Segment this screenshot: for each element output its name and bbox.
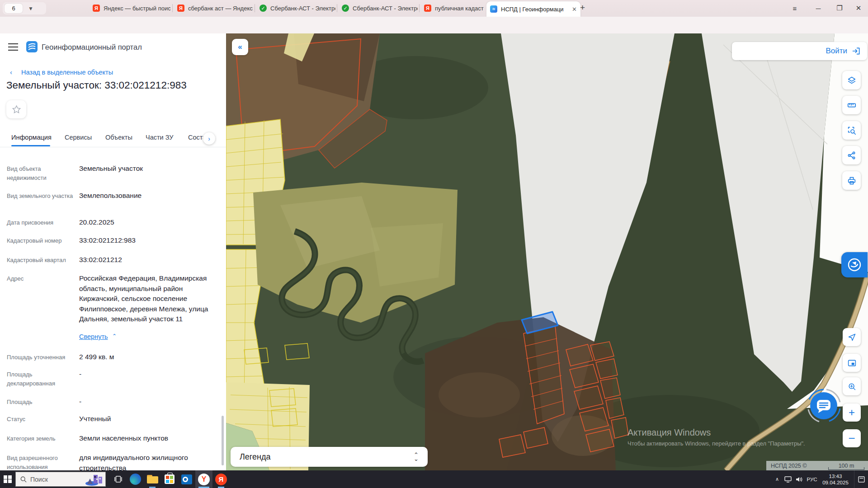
close-tab-icon[interactable]: ✕: [572, 6, 577, 13]
tab-information[interactable]: Информация: [11, 134, 52, 141]
tab-services[interactable]: Сервисы: [65, 134, 92, 141]
tab-title: Яндекс — быстрый поиск: [104, 5, 170, 12]
zoom-in-button[interactable]: +: [843, 404, 861, 422]
new-tab-button[interactable]: +: [580, 3, 585, 13]
field-value-address: Российская Федерация, Владимирская облас…: [79, 273, 221, 324]
share-icon: [847, 150, 857, 160]
chevron-down-icon[interactable]: ▼: [28, 5, 33, 12]
browser-tab-1[interactable]: Я Яндекс — быстрый поиск: [93, 0, 170, 16]
notification-center-icon[interactable]: [854, 470, 868, 488]
app-title: Геоинформационный портал: [42, 43, 142, 52]
field-label: Кадастровый квартал: [7, 256, 75, 265]
favorite-star-button[interactable]: [6, 100, 26, 118]
zoom-out-button[interactable]: −: [843, 429, 861, 447]
date: 09.04.2025: [820, 479, 851, 486]
windows-activation-watermark: Активация Windows: [627, 427, 711, 438]
select-area-button[interactable]: [842, 121, 861, 140]
language-indicator[interactable]: РУС: [804, 470, 820, 488]
share-button[interactable]: [842, 146, 861, 164]
measure-button[interactable]: [842, 96, 861, 114]
back-to-selected-link[interactable]: Назад в выделенные объекты: [21, 69, 113, 76]
layers-button[interactable]: [842, 71, 861, 89]
layers-icon: [847, 75, 857, 85]
display-icon[interactable]: [783, 470, 793, 488]
feedback-chat-button[interactable]: [804, 386, 844, 426]
locate-arrow-icon: [847, 333, 857, 342]
object-info-panel: Геоинформационный портал ‹ Назад в выдел…: [0, 33, 226, 470]
print-button[interactable]: [842, 171, 861, 190]
tab-parts[interactable]: Части ЗУ: [146, 134, 174, 141]
field-label: Статус: [7, 415, 75, 424]
volume-icon[interactable]: [793, 470, 804, 488]
browser-tab-2[interactable]: Я сбербанк аст — Яндекс: н: [177, 0, 253, 16]
taskbar-app-outlook[interactable]: [178, 470, 195, 488]
tab-divider: [419, 4, 420, 12]
tab-counter[interactable]: 6 ▼: [3, 2, 46, 14]
yandex-browser-icon: Y: [198, 474, 210, 485]
overview-map-button[interactable]: [843, 354, 861, 372]
taskbar-search[interactable]: Поиск: [15, 472, 106, 487]
collapse-panel-button[interactable]: «: [232, 39, 248, 55]
yandex-icon: Я: [93, 5, 100, 12]
nspd-logo-icon: [26, 41, 38, 52]
field-label: Адрес: [7, 274, 75, 283]
tabs-scroll-right-button[interactable]: ›: [203, 132, 215, 145]
field-value: 33:02:021212: [79, 255, 221, 265]
hamburger-menu-icon[interactable]: [8, 43, 18, 51]
expand-collapse-icon[interactable]: ⌃⌄: [414, 453, 419, 461]
taskbar-app-explorer[interactable]: [144, 470, 161, 488]
select-area-icon: [847, 126, 857, 136]
login-icon: [852, 47, 861, 56]
taskbar-app-edge[interactable]: [127, 470, 144, 488]
tab-title: публичная кадастровая к: [435, 5, 484, 12]
check-icon: ✓: [342, 5, 349, 12]
tray-expand-icon[interactable]: ∧: [772, 470, 783, 488]
browser-menu-icon[interactable]: ≡: [788, 2, 802, 14]
browser-tab-5[interactable]: Я публичная кадастровая к: [424, 0, 484, 16]
taskbar-app-store[interactable]: [161, 470, 178, 488]
field-value: -: [79, 397, 221, 407]
back-chevron-icon[interactable]: ‹: [10, 68, 12, 76]
assistant-button[interactable]: [841, 252, 868, 277]
yandex-icon: Я: [424, 5, 431, 12]
start-button[interactable]: [0, 470, 15, 488]
field-value: Землепользование: [79, 191, 221, 201]
field-label: Площадь уточненная: [7, 353, 75, 362]
clock[interactable]: 13:43 09.04.2025: [820, 473, 851, 486]
field-label: Площадь: [7, 398, 75, 407]
zoom-to-area-button[interactable]: [843, 377, 861, 395]
tab-title: сбербанк аст — Яндекс: н: [188, 5, 253, 12]
map-canvas[interactable]: « Войти + −: [226, 33, 868, 470]
system-tray: ∧ РУС 13:43 09.04.2025: [772, 470, 868, 488]
field-label: Вид земельного участка: [7, 192, 75, 201]
tab-objects[interactable]: Объекты: [105, 134, 132, 141]
browser-tab-active[interactable]: ≋ НСПД | Геоинформаци ✕: [486, 1, 580, 17]
star-icon: [12, 105, 21, 114]
time: 13:43: [820, 473, 851, 479]
browser-tab-4[interactable]: ✓ Сбербанк-АСТ - Электро: [342, 0, 418, 16]
field-label: Категория земель: [7, 434, 75, 443]
locate-button[interactable]: [843, 328, 861, 346]
login-bar[interactable]: Войти: [732, 42, 867, 60]
windows-taskbar: Поиск: [0, 470, 868, 488]
field-value: 20.02.2025: [79, 217, 221, 228]
search-placeholder: Поиск: [30, 476, 48, 483]
folder-icon: [147, 475, 158, 483]
restore-button[interactable]: ❐: [833, 2, 846, 14]
minimize-button[interactable]: ─: [811, 2, 825, 14]
taskbar-app-yandex-browser[interactable]: Y: [195, 470, 212, 488]
panel-scrollbar[interactable]: [222, 416, 224, 465]
tab-count[interactable]: 6: [5, 4, 23, 13]
task-view-button[interactable]: [109, 470, 127, 488]
close-window-button[interactable]: ✕: [852, 2, 865, 14]
check-icon: ✓: [259, 5, 267, 12]
assistant-chat-icon: [847, 257, 862, 272]
legend-bar[interactable]: Легенда ⌃⌄: [231, 447, 428, 467]
collapse-link[interactable]: Свернуть: [79, 333, 108, 340]
login-label[interactable]: Войти: [826, 47, 847, 56]
store-icon: [165, 474, 175, 484]
taskbar-app-yandex[interactable]: Я: [212, 470, 230, 488]
browser-tab-3[interactable]: ✓ Сбербанк-АСТ - Электро: [259, 0, 335, 16]
chevron-up-icon[interactable]: ⌃: [112, 333, 117, 339]
browser-toolbar: ← Я ⟳ nspd.gov.ru НСПД | Геоинформационн…: [0, 17, 868, 34]
